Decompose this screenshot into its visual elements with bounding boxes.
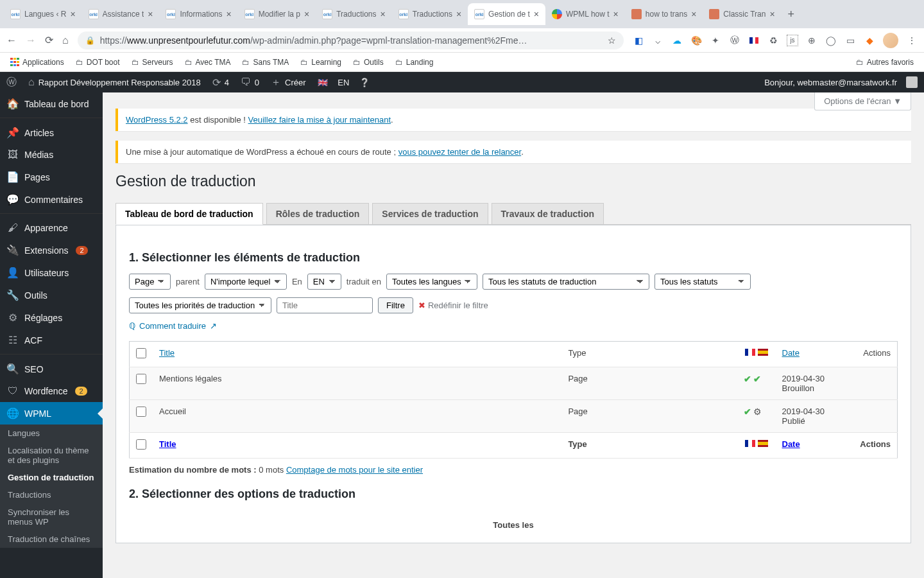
filter-type[interactable]: Page (129, 274, 171, 290)
sidebar-item-pages[interactable]: 📄Pages (0, 166, 103, 188)
screen-options-toggle[interactable]: Options de l'écran ▼ (814, 92, 911, 110)
site-name-link[interactable]: ⌂Rapport Développement Responsable 2018 (28, 76, 201, 88)
browser-tab[interactable]: how to trans× (625, 3, 703, 25)
language-switcher[interactable]: 🇬🇧 EN ❔ (318, 78, 370, 87)
ext-icon[interactable] (748, 35, 760, 46)
ext-icon[interactable]: ✦ (710, 35, 721, 46)
submenu-item[interactable]: Synchroniser les menus WP (0, 504, 103, 530)
sidebar-item-outils[interactable]: 🔧Outils (0, 284, 103, 306)
ext-icon[interactable]: ☁ (671, 35, 683, 46)
browser-tab[interactable]: orkiInformations× (159, 3, 237, 25)
close-icon[interactable]: × (304, 9, 309, 19)
reload-icon[interactable]: ⟳ (45, 34, 53, 46)
filter-button[interactable]: Filtre (378, 297, 413, 313)
close-icon[interactable]: × (148, 9, 153, 19)
sidebar-item-wordfence[interactable]: 🛡Wordfence2 (0, 380, 103, 402)
menu-icon[interactable]: ⋮ (906, 35, 918, 46)
ext-icon[interactable]: 🎨 (690, 35, 702, 46)
filter-translation-status[interactable]: Tous les statuts de traduction (483, 274, 649, 290)
ext-icon[interactable]: ◆ (864, 35, 875, 46)
close-icon[interactable]: × (380, 9, 385, 19)
bookmark-item[interactable]: 🗀Serveurs (128, 55, 177, 69)
browser-tab[interactable]: orkiLangues ‹ R× (4, 3, 82, 25)
close-icon[interactable]: × (691, 9, 696, 19)
close-icon[interactable]: × (226, 9, 231, 19)
sidebar-item-extensions[interactable]: 🔌Extensions2 (0, 239, 103, 261)
close-icon[interactable]: × (613, 9, 619, 19)
greeting-link[interactable]: Bonjour, webmaster@marsatwork.fr (764, 78, 897, 87)
submenu-item[interactable]: Traductions (0, 486, 103, 504)
nav-tab[interactable]: Tableau de bord de traduction (116, 203, 263, 225)
reset-filter-link[interactable]: ✖Redéfinir le filtre (418, 301, 488, 310)
row-checkbox[interactable] (136, 407, 146, 417)
help-icon[interactable]: ❔ (359, 78, 370, 87)
ext-icon[interactable]: ◯ (825, 35, 837, 46)
nav-tab[interactable]: Services de traduction (372, 203, 488, 225)
profile-avatar[interactable] (883, 33, 898, 48)
ext-icon[interactable]: js (787, 35, 798, 46)
bookmark-item[interactable]: 🗀Sans TMA (238, 55, 293, 69)
bookmark-item[interactable]: 🗀Outils (349, 55, 388, 69)
filter-all-status[interactable]: Tous les statuts (654, 274, 751, 290)
filter-lang-from[interactable]: EN (307, 274, 341, 290)
browser-tab[interactable]: Classic Tran× (703, 3, 781, 25)
ext-icon[interactable]: ◧ (633, 35, 644, 46)
col-title-sort[interactable]: Title (159, 348, 175, 358)
sidebar-item-commentaires[interactable]: 💬Commentaires (0, 188, 103, 211)
ext-icon[interactable]: ⌵ (652, 35, 663, 46)
user-avatar[interactable] (906, 76, 918, 88)
ext-icon[interactable]: ♻ (767, 35, 779, 46)
gear-icon[interactable]: ⚙ (753, 407, 762, 417)
url-bar[interactable]: 🔒 https://www.unpresentpourlefutur.com/w… (78, 31, 624, 49)
col-date-sort-footer[interactable]: Date (782, 439, 800, 449)
submenu-item[interactable]: Langues (0, 425, 103, 442)
ext-icon[interactable]: ⊕ (806, 35, 817, 46)
update-now-link[interactable]: Veuillez faire la mise à jour maintenant (248, 115, 391, 125)
new-tab-button[interactable]: + (782, 4, 801, 25)
select-all-checkbox[interactable] (136, 348, 146, 358)
browser-tab[interactable]: orkiGestion de t× (468, 3, 545, 25)
add-new-link[interactable]: ＋Créer (271, 76, 306, 89)
bookmark-item[interactable]: 🗀DOT boot (72, 55, 124, 69)
submenu-item[interactable]: Traduction de chaînes (0, 530, 103, 548)
close-icon[interactable]: × (769, 9, 774, 19)
sidebar-item-utilisateurs[interactable]: 👤Utilisateurs (0, 261, 103, 284)
browser-tab[interactable]: orkiTraductions× (392, 3, 468, 25)
star-icon[interactable]: ☆ (608, 35, 616, 46)
submenu-item[interactable]: Gestion de traduction (0, 469, 103, 486)
wp-logo-icon[interactable]: ⓦ (6, 76, 17, 89)
bookmark-item[interactable]: 🗀Learning (296, 55, 345, 69)
sidebar-item-articles[interactable]: 📌Articles (0, 121, 103, 144)
select-all-checkbox-footer[interactable] (136, 439, 146, 450)
nav-tab[interactable]: Travaux de traduction (492, 203, 604, 225)
browser-tab[interactable]: orkiTraductions× (316, 3, 391, 25)
filter-lang-to[interactable]: Toutes les langues (386, 274, 477, 290)
browser-tab[interactable]: WPML how t× (545, 3, 625, 25)
ext-icon[interactable]: Ⓦ (729, 35, 740, 46)
how-to-translate-link[interactable]: ℚ Comment traduire ↗ (129, 321, 898, 331)
sidebar-item-acf[interactable]: ☷ACF (0, 329, 103, 351)
other-bookmarks[interactable]: 🗀Autres favoris (852, 55, 918, 69)
apps-shortcut[interactable]: Applications (6, 55, 68, 69)
filter-priority[interactable]: Toutes les priorités de traduction (129, 297, 271, 313)
bookmark-item[interactable]: 🗀Avec TMA (181, 55, 235, 69)
close-icon[interactable]: × (70, 9, 75, 19)
browser-tab[interactable]: orkiModifier la p× (238, 3, 316, 25)
close-icon[interactable]: × (456, 9, 461, 19)
back-icon[interactable]: ← (6, 35, 17, 46)
submenu-item[interactable]: Localisation du thème et des plugins (0, 442, 103, 469)
col-title-sort-footer[interactable]: Title (159, 439, 176, 449)
nav-tab[interactable]: Rôles de traduction (266, 203, 370, 225)
word-count-link[interactable]: Comptage de mots pour le site entier (286, 465, 423, 475)
col-date-sort[interactable]: Date (782, 348, 800, 358)
updates-link[interactable]: ⟳4 (212, 76, 229, 89)
home-icon[interactable]: ⌂ (62, 35, 69, 46)
sidebar-item-mdias[interactable]: 🖼Médias (0, 144, 103, 166)
browser-tab[interactable]: orkiAssistance t× (82, 3, 160, 25)
sidebar-item-rglages[interactable]: ⚙Réglages (0, 306, 103, 329)
comments-link[interactable]: 🗨0 (241, 76, 259, 88)
bookmark-item[interactable]: 🗀Landing (391, 55, 438, 69)
retry-update-link[interactable]: vous pouvez tenter de la relancer (398, 147, 522, 157)
sidebar-item-tableaudebord[interactable]: 🏠Tableau de bord (0, 92, 103, 115)
wp-version-link[interactable]: WordPress 5.2.2 (126, 115, 188, 125)
